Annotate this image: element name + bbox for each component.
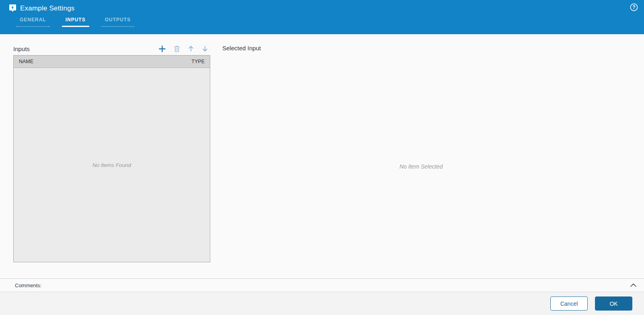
inputs-toolbar bbox=[157, 45, 210, 53]
inputs-table-header: NAME TYPE bbox=[14, 56, 210, 68]
selected-input-title: Selected Input bbox=[222, 45, 261, 51]
inputs-panel: Inputs bbox=[13, 42, 210, 278]
tag-bolt-icon bbox=[9, 4, 16, 12]
add-input-button[interactable] bbox=[157, 45, 167, 53]
help-icon[interactable]: ? bbox=[630, 3, 638, 12]
column-header-name: NAME bbox=[19, 59, 33, 64]
dialog-body: Inputs bbox=[0, 34, 644, 278]
delete-input-button[interactable] bbox=[172, 45, 181, 53]
comments-label: Comments: bbox=[15, 282, 41, 288]
trash-icon bbox=[173, 45, 180, 53]
dialog-title: Example Settings bbox=[20, 4, 75, 12]
comments-collapse-button[interactable] bbox=[629, 282, 638, 288]
dialog-footer: Cancel OK bbox=[0, 292, 644, 315]
title-row: Example Settings bbox=[0, 0, 644, 12]
selected-input-panel: Selected Input No Item Selected bbox=[222, 42, 620, 278]
no-item-selected-message: No Item Selected bbox=[400, 163, 443, 170]
arrow-up-icon bbox=[187, 45, 195, 52]
selected-input-empty-state: No Item Selected bbox=[222, 163, 620, 170]
inputs-table-body: No Items Found bbox=[14, 68, 210, 262]
inputs-panel-header: Inputs bbox=[13, 42, 210, 55]
chevron-up-icon bbox=[630, 283, 637, 287]
plus-icon bbox=[158, 45, 166, 53]
tab-bar: GENERAL INPUTS OUTPUTS bbox=[16, 15, 644, 27]
move-up-button[interactable] bbox=[187, 45, 195, 52]
tab-inputs[interactable]: INPUTS bbox=[62, 15, 89, 27]
tab-general[interactable]: GENERAL bbox=[16, 15, 50, 27]
svg-text:?: ? bbox=[632, 4, 635, 10]
tab-outputs[interactable]: OUTPUTS bbox=[101, 15, 134, 27]
column-header-type: TYPE bbox=[191, 59, 205, 64]
move-down-button[interactable] bbox=[201, 45, 209, 52]
inputs-panel-title: Inputs bbox=[13, 45, 30, 52]
inputs-table: NAME TYPE No Items Found bbox=[13, 55, 210, 262]
dialog-header: Example Settings ? GENERAL INPUTS OUTPUT… bbox=[0, 0, 644, 34]
cancel-button[interactable]: Cancel bbox=[550, 296, 588, 311]
no-items-message: No Items Found bbox=[92, 162, 131, 168]
settings-dialog: Example Settings ? GENERAL INPUTS OUTPUT… bbox=[0, 0, 644, 315]
comments-bar: Comments: bbox=[0, 278, 644, 292]
arrow-down-icon bbox=[201, 45, 209, 52]
ok-button[interactable]: OK bbox=[595, 296, 632, 311]
